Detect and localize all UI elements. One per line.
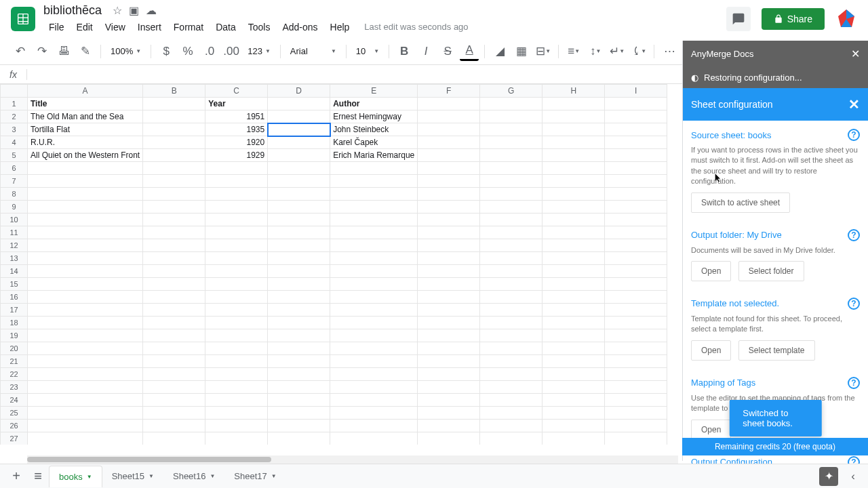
cell-B14[interactable] [143,265,205,278]
cell-B12[interactable] [143,239,205,252]
cell-E1[interactable]: Author [330,98,418,110]
cell-F10[interactable] [418,214,480,226]
help-icon[interactable]: ? [848,298,860,310]
cell-B19[interactable] [143,329,205,342]
menu-format[interactable]: Format [168,19,209,35]
cell-B11[interactable] [143,226,205,239]
cell-A15[interactable] [28,278,143,291]
cell-E15[interactable] [330,278,418,291]
cell-G23[interactable] [480,381,542,394]
cell-B26[interactable] [143,420,205,432]
cell-A14[interactable] [28,265,143,278]
cell-I6[interactable] [605,162,667,175]
last-edit-text[interactable]: Last edit was seconds ago [364,22,468,32]
cell-B21[interactable] [143,355,205,368]
cell-A4[interactable]: R.U.R. [28,136,143,149]
tab-sheet17[interactable]: Sheet17▼ [224,466,285,487]
cell-C9[interactable] [205,201,268,214]
cell-E4[interactable]: Karel Čapek [330,136,418,149]
cell-F26[interactable] [418,420,480,432]
cell-G16[interactable] [480,291,542,304]
cell-G27[interactable] [480,432,542,445]
menu-data[interactable]: Data [210,19,241,35]
cell-C11[interactable] [205,226,268,239]
tab-sheet16[interactable]: Sheet16▼ [163,466,224,487]
paint-format-button[interactable]: ✎ [76,42,95,61]
cell-H25[interactable] [542,407,605,420]
merge-button[interactable]: ⊟▼ [534,42,553,61]
cell-B16[interactable] [143,291,205,304]
cell-D17[interactable] [268,304,330,317]
cell-E3[interactable]: John Steinbeck [330,123,418,136]
cell-D23[interactable] [268,381,330,394]
cell-I18[interactable] [605,317,667,329]
cell-A10[interactable] [28,214,143,226]
cell-C22[interactable] [205,368,268,381]
cell-I12[interactable] [605,239,667,252]
cell-E26[interactable] [330,420,418,432]
cell-A22[interactable] [28,368,143,381]
cell-F19[interactable] [418,329,480,342]
horizontal-scrollbar[interactable] [27,455,678,464]
cell-A1[interactable]: Title [28,98,143,110]
cell-F13[interactable] [418,252,480,265]
cell-F14[interactable] [418,265,480,278]
cell-H26[interactable] [542,420,605,432]
cell-A19[interactable] [28,329,143,342]
percent-button[interactable]: % [178,42,197,61]
redo-button[interactable]: ↷ [33,42,52,61]
cell-B25[interactable] [143,407,205,420]
cell-H12[interactable] [542,239,605,252]
select-template-button[interactable]: Select template [738,340,815,361]
explore-button[interactable]: ✦ [819,467,838,486]
cell-D27[interactable] [268,432,330,445]
menu-addons[interactable]: Add-ons [277,19,323,35]
cell-C18[interactable] [205,317,268,329]
cell-H8[interactable] [542,188,605,201]
cell-D7[interactable] [268,175,330,188]
wrap-button[interactable]: ↵▼ [608,42,627,61]
cell-D5[interactable] [268,149,330,162]
zoom-select[interactable]: 100%▼ [106,43,145,59]
cell-H14[interactable] [542,265,605,278]
cell-F16[interactable] [418,291,480,304]
cell-D1[interactable] [268,98,330,110]
cell-B27[interactable] [143,432,205,445]
menu-help[interactable]: Help [325,19,355,35]
cell-B13[interactable] [143,252,205,265]
cell-F17[interactable] [418,304,480,317]
cell-E18[interactable] [330,317,418,329]
cell-G25[interactable] [480,407,542,420]
cell-E23[interactable] [330,381,418,394]
cell-C23[interactable] [205,381,268,394]
cell-E13[interactable] [330,252,418,265]
cell-F12[interactable] [418,239,480,252]
cell-H1[interactable] [542,98,605,110]
cell-F5[interactable] [418,149,480,162]
cell-I20[interactable] [605,342,667,355]
cell-E6[interactable] [330,162,418,175]
cell-B8[interactable] [143,188,205,201]
add-sheet-button[interactable]: + [5,466,27,487]
cell-G6[interactable] [480,162,542,175]
print-button[interactable]: 🖶 [54,42,73,61]
cell-I19[interactable] [605,329,667,342]
cell-D12[interactable] [268,239,330,252]
cell-I8[interactable] [605,188,667,201]
doc-title[interactable]: bibliothēca [43,3,102,18]
cell-G8[interactable] [480,188,542,201]
open-mapping-button[interactable]: Open [691,420,731,440]
cell-D18[interactable] [268,317,330,329]
cell-G2[interactable] [480,110,542,123]
cell-I9[interactable] [605,201,667,214]
menu-insert[interactable]: Insert [132,19,167,35]
cell-H27[interactable] [542,432,605,445]
cell-C6[interactable] [205,162,268,175]
cell-G9[interactable] [480,201,542,214]
cell-I21[interactable] [605,355,667,368]
cell-D22[interactable] [268,368,330,381]
cell-D26[interactable] [268,420,330,432]
cell-B23[interactable] [143,381,205,394]
cell-C25[interactable] [205,407,268,420]
cell-C10[interactable] [205,214,268,226]
